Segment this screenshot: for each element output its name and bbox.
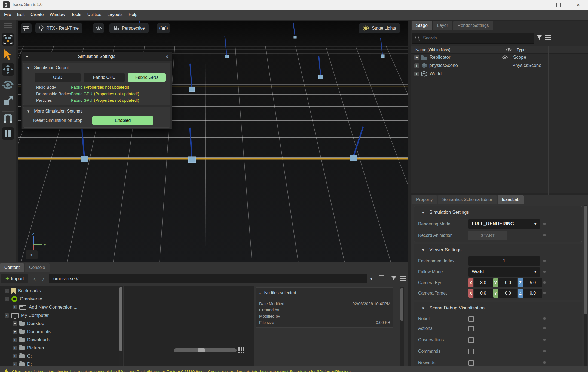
- name-column-header[interactable]: Name (Old to New): [415, 47, 450, 52]
- path-dropdown-icon[interactable]: ▼: [370, 277, 373, 281]
- tab-render-settings[interactable]: Render Settings: [453, 21, 493, 30]
- tree-item-desktop[interactable]: + Desktop: [0, 320, 117, 328]
- expand-icon[interactable]: +: [414, 72, 419, 76]
- tab-property[interactable]: Property: [412, 195, 437, 204]
- dialog-collapse-icon[interactable]: ▼: [25, 55, 29, 59]
- path-bar[interactable]: [49, 274, 367, 283]
- toolbar-grip[interactable]: [4, 23, 12, 24]
- details-header[interactable]: ▾ No files selected: [259, 290, 296, 295]
- menu-create[interactable]: Create: [27, 12, 47, 17]
- environment-index-field[interactable]: 1: [468, 256, 540, 266]
- stage-filter-button[interactable]: [536, 35, 542, 42]
- camera-selector[interactable]: Perspective: [109, 23, 149, 33]
- expand-icon[interactable]: +: [414, 55, 419, 60]
- tab-content[interactable]: Content: [0, 263, 24, 272]
- capture-button[interactable]: ((●)): [157, 23, 170, 33]
- usd-button[interactable]: USD: [35, 73, 81, 82]
- stage-search[interactable]: [412, 33, 534, 44]
- stage-column-header[interactable]: Name (Old to New) Type: [411, 46, 588, 54]
- viewport-settings-button[interactable]: [21, 23, 32, 33]
- tree-item-add-new-connection[interactable]: + Add New Connection ...: [0, 303, 117, 311]
- camera-eye-y[interactable]: 0.0: [498, 278, 517, 287]
- simulation-output-header[interactable]: ▼ Simulation Output: [27, 65, 69, 70]
- details-scrollbar[interactable]: [400, 287, 404, 366]
- camera-target-z[interactable]: 0.0: [523, 289, 542, 298]
- menu-utilities[interactable]: Utilities: [84, 12, 105, 17]
- expand-icon[interactable]: +: [13, 321, 17, 326]
- observations-checkbox[interactable]: [468, 337, 474, 343]
- scale-tool-button[interactable]: [3, 95, 14, 107]
- rendering-mode-dropdown[interactable]: FULL_RENDERING ▼: [468, 219, 540, 229]
- slider-thumb[interactable]: [198, 348, 205, 352]
- snap-tool-button[interactable]: [3, 114, 13, 125]
- stage-lights-toggle[interactable]: Stage Lights: [359, 23, 400, 33]
- fabric-gpu-button[interactable]: Fabric GPU: [128, 73, 166, 82]
- tree-item-pictures[interactable]: + Pictures: [0, 344, 117, 352]
- eye-icon[interactable]: [502, 55, 508, 59]
- renderer-selector[interactable]: RTX - Real-Time: [35, 23, 82, 33]
- camera-eye-x[interactable]: 8.0: [474, 278, 493, 287]
- stage-search-input[interactable]: [422, 35, 513, 41]
- actions-checkbox[interactable]: [468, 326, 474, 331]
- more-settings-header[interactable]: ▼ More Simulation Settings: [27, 109, 82, 114]
- path-input[interactable]: [53, 276, 353, 282]
- reset-enabled-button[interactable]: Enabled: [92, 116, 153, 125]
- tab-console[interactable]: Console: [25, 263, 50, 272]
- robot-checkbox[interactable]: [468, 316, 474, 322]
- select-tool-button[interactable]: [3, 49, 13, 62]
- tree-item-bookmarks[interactable]: - Bookmarks: [0, 287, 117, 295]
- visibility-column-icon[interactable]: [506, 48, 512, 52]
- dialog-title-bar[interactable]: ▼ Simulation Settings ×: [22, 52, 172, 61]
- move-tool-button[interactable]: [2, 63, 14, 76]
- menu-layouts[interactable]: Layouts: [104, 12, 125, 17]
- forward-button[interactable]: ›: [39, 274, 47, 283]
- record-start-button[interactable]: START: [468, 231, 507, 240]
- expand-icon[interactable]: +: [13, 362, 17, 366]
- close-button[interactable]: ×: [568, 0, 588, 10]
- property-scrollbar[interactable]: [584, 205, 587, 372]
- camera-eye-z[interactable]: 5.0: [523, 278, 542, 287]
- tree-item-c-drive[interactable]: + C:: [0, 352, 117, 360]
- selection-mode-button[interactable]: [2, 33, 14, 46]
- fabric-cpu-button[interactable]: Fabric CPU: [84, 73, 125, 82]
- file-grid-area[interactable]: [124, 286, 254, 366]
- scene-debug-header[interactable]: ▼ Scene Debug Visualization: [421, 305, 485, 311]
- tree-item-d-drive[interactable]: + D:: [0, 360, 117, 366]
- tab-semantics-schema-editor[interactable]: Semantics Schema Editor: [438, 195, 497, 204]
- pause-button[interactable]: [2, 127, 14, 140]
- tree-scrollbar[interactable]: [119, 286, 122, 366]
- menu-window[interactable]: Window: [47, 12, 68, 17]
- tab-layer[interactable]: Layer: [433, 21, 452, 30]
- filter-funnel-icon[interactable]: [391, 276, 397, 282]
- menu-file[interactable]: File: [1, 12, 14, 17]
- sim-settings-header[interactable]: ▼ Simulation Settings: [421, 210, 469, 215]
- unit-badge[interactable]: m: [26, 250, 38, 259]
- minimize-button[interactable]: [529, 0, 549, 10]
- collapse-icon[interactable]: -: [5, 297, 9, 301]
- tab-stage[interactable]: Stage: [412, 21, 432, 30]
- expand-icon[interactable]: +: [13, 330, 17, 334]
- thumbnail-size-slider[interactable]: [174, 348, 237, 352]
- menu-help[interactable]: Help: [125, 12, 140, 17]
- commands-checkbox[interactable]: [468, 349, 474, 354]
- rotate-tool-button[interactable]: [2, 79, 14, 92]
- tree-item-downloads[interactable]: + Downloads: [0, 336, 117, 344]
- tree-item-documents[interactable]: + Documents: [0, 328, 117, 336]
- collapse-icon[interactable]: -: [5, 289, 9, 293]
- stage-options-button[interactable]: [545, 35, 551, 40]
- collapse-icon[interactable]: -: [5, 313, 9, 318]
- rewards-checkbox[interactable]: [468, 360, 474, 366]
- camera-target-x[interactable]: 0.0: [474, 289, 493, 298]
- maximize-button[interactable]: [549, 0, 568, 10]
- expand-icon[interactable]: +: [13, 354, 17, 358]
- tree-item-omniverse[interactable]: - Omniverse: [0, 295, 117, 303]
- stage-row-world[interactable]: + World: [411, 70, 588, 78]
- dialog-close-icon[interactable]: ×: [165, 54, 169, 60]
- menu-edit[interactable]: Edit: [14, 12, 28, 17]
- view-options-button[interactable]: [400, 276, 406, 281]
- follow-mode-dropdown[interactable]: World ▼: [468, 267, 540, 277]
- stage-row-physicsscene[interactable]: + physicsScene PhysicsScene: [411, 61, 588, 70]
- type-column-header[interactable]: Type: [517, 47, 526, 52]
- stage-row-replicator[interactable]: + Replicator Scope: [411, 53, 588, 61]
- grid-view-icon[interactable]: [238, 347, 244, 353]
